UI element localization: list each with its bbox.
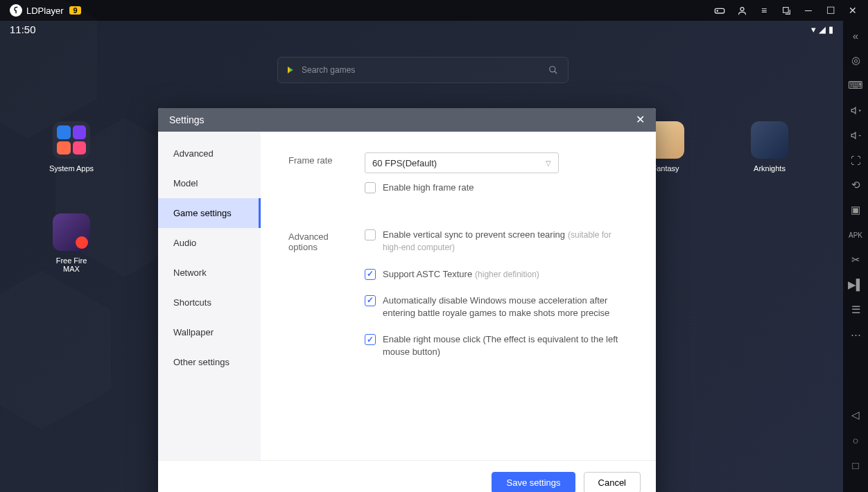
emulator-toolbar: « ◎ ⌨ ⛶ ⟲ ▣ APK ✂ ▶▌ ☰ ⋯ ◁ ○ □ [843,21,868,492]
maximize-icon[interactable]: ☐ [825,5,836,16]
search-icon [548,65,558,75]
svg-rect-2 [783,7,788,12]
sync-icon[interactable]: ⟲ [849,179,862,191]
user-icon[interactable] [736,5,747,16]
desktop-app-arknights[interactable]: Arknights [745,121,794,173]
home-icon[interactable]: ○ [849,434,862,446]
volume-down-icon[interactable] [849,129,862,141]
astc-label: Support ASTC Texture(higher definition) [383,268,539,281]
locate-icon[interactable]: ◎ [849,54,862,67]
record-icon[interactable]: ▶▌ [849,279,862,291]
sidebar-item-game-settings[interactable]: Game settings [158,198,261,228]
sidebar-item-audio[interactable]: Audio [158,228,261,258]
settings-panel: Frame rate 60 FPS(Default) ▽ Enable high… [261,132,656,460]
vsync-checkbox[interactable] [365,229,376,240]
sidebar-item-advanced[interactable]: Advanced [158,139,261,168]
signal-icon: ◢ [819,24,826,35]
high-framerate-label: Enable high frame rate [383,182,474,194]
save-button[interactable]: Save settings [492,472,575,492]
frame-rate-value: 60 FPS(Default) [372,158,437,168]
back-icon[interactable]: ◁ [849,409,862,421]
frame-rate-select[interactable]: 60 FPS(Default) ▽ [365,152,559,173]
minimize-icon[interactable]: ─ [803,5,814,16]
emulator-screen: 11:50 ▾ ◢ ▮ Search games System Apps Fre… [0,21,843,492]
mouse-accel-checkbox[interactable] [365,295,376,306]
fullscreen-icon[interactable]: ⛶ [849,154,862,166]
sidebar-item-wallpaper[interactable]: Wallpaper [158,317,261,347]
menu-icon[interactable]: ≡ [758,5,770,16]
settings-dialog: Settings ✕ Advanced Model Game settings … [158,108,656,492]
multi-instance-icon[interactable]: ▣ [849,204,862,216]
app-label: Free Fire MAX [47,256,96,273]
dialog-title: Settings [169,114,205,125]
cancel-button[interactable]: Cancel [584,472,641,492]
chevron-down-icon: ▽ [546,159,551,167]
dialog-header: Settings ✕ [158,108,656,132]
high-framerate-checkbox[interactable] [365,182,376,193]
apk-icon[interactable]: APK [849,229,862,241]
battery-icon: ▮ [828,24,833,35]
astc-checkbox[interactable] [365,269,376,280]
svg-point-1 [740,7,744,10]
app-label: Arknights [745,164,794,173]
desktop-app-freefire[interactable]: Free Fire MAX [47,213,96,273]
dialog-footer: Save settings Cancel [158,460,656,492]
sidebar-item-network[interactable]: Network [158,258,261,288]
close-icon[interactable]: ✕ [847,5,858,16]
frame-rate-label: Frame rate [288,152,344,194]
gamepad-icon[interactable] [714,5,725,16]
android-statusbar: 11:50 ▾ ◢ ▮ [0,21,843,37]
advanced-options-label: Advanced options [288,229,344,358]
keyboard-icon[interactable]: ⌨ [849,79,862,91]
titlebar: ʕ LDPlayer 9 ≡ ─ ☐ ✕ [0,0,868,21]
popup-icon[interactable] [781,5,792,16]
sidebar-item-other[interactable]: Other settings [158,347,261,377]
sidebar-item-model[interactable]: Model [158,168,261,198]
recents-icon[interactable]: □ [849,459,862,471]
search-box[interactable]: Search games [277,57,568,83]
desktop-app-system[interactable]: System Apps [47,121,96,173]
vsync-label: Enable vertical sync to prevent screen t… [383,229,628,254]
play-store-icon [288,67,293,73]
more-icon[interactable]: ⋯ [849,328,862,341]
app-label: System Apps [47,164,96,173]
search-placeholder: Search games [302,65,540,75]
sidebar-item-shortcuts[interactable]: Shortcuts [158,288,261,317]
mouse-accel-label: Automatically disable Windows mouse acce… [383,295,628,319]
screenshot-icon[interactable]: ✂ [849,254,862,266]
wifi-icon: ▾ [811,24,816,35]
dialog-close-icon[interactable]: ✕ [636,114,645,125]
right-click-checkbox[interactable] [365,334,376,345]
collapse-icon[interactable]: « [849,29,862,42]
right-click-label: Enable right mouse click (The effect is … [383,333,628,358]
volume-up-icon[interactable] [849,104,862,116]
svg-point-3 [550,67,555,72]
operation-record-icon[interactable]: ☰ [849,304,862,316]
settings-sidebar: Advanced Model Game settings Audio Netwo… [158,132,261,460]
